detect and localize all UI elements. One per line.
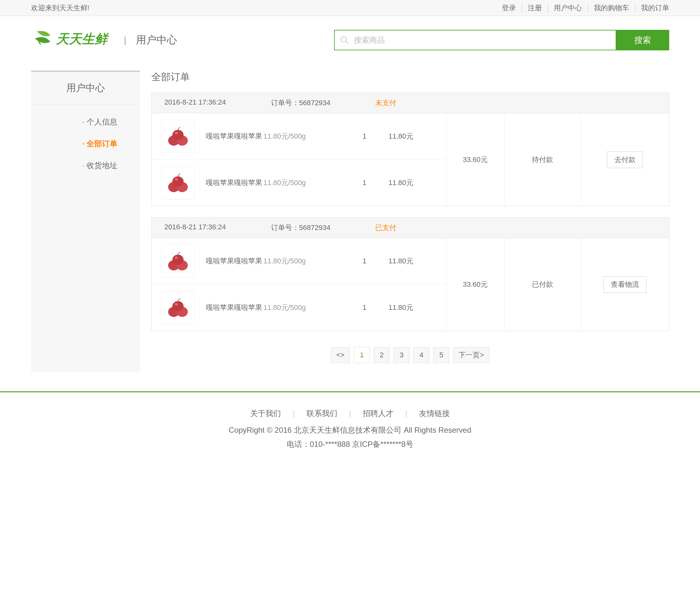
product-qty: 1 — [341, 179, 389, 187]
svg-point-10 — [174, 178, 178, 180]
product-name: 嘎啦苹果嘎啦苹果 — [206, 131, 264, 141]
order-item-row: 嘎啦苹果嘎啦苹果11.80元/500g111.80元 — [152, 113, 446, 160]
order-action-button[interactable]: 查看物流 — [603, 276, 646, 293]
order-number: 订单号：56872934 — [271, 98, 331, 108]
svg-line-2 — [345, 41, 348, 44]
product-unit-price: 11.80元/500g — [264, 178, 341, 188]
welcome-text: 欢迎来到天天生鲜! — [31, 3, 90, 13]
link-register[interactable]: 注册 — [522, 3, 548, 13]
footer-contact[interactable]: 联系我们 — [297, 409, 347, 418]
header-separator: | — [124, 35, 126, 45]
order-state: 已付款 — [504, 238, 581, 331]
product-qty: 1 — [341, 304, 389, 312]
product-unit-price: 11.80元/500g — [264, 131, 341, 141]
top-links: 登录 注册 用户中心 我的购物车 我的订单 — [496, 3, 669, 13]
product-qty: 1 — [341, 257, 389, 265]
pagination: <> 1 2 3 4 5 下一页> — [151, 347, 669, 363]
product-image[interactable] — [161, 166, 195, 199]
product-subtotal: 11.80元 — [389, 178, 413, 188]
search-input[interactable] — [334, 30, 616, 50]
order-state: 待付款 — [504, 113, 581, 206]
order-block: 2016-8-21 17:36:24订单号：56872934已支付嘎啦苹果嘎啦苹… — [151, 217, 669, 331]
page-prev[interactable]: <> — [331, 347, 350, 363]
product-subtotal: 11.80元 — [389, 303, 413, 312]
search-form: 搜索 — [334, 30, 669, 50]
product-subtotal: 11.80元 — [389, 131, 413, 141]
svg-text:天天生鲜: 天天生鲜 — [55, 32, 109, 46]
order-time: 2016-8-21 17:36:24 — [165, 223, 226, 233]
product-unit-price: 11.80元/500g — [264, 303, 341, 312]
sidebar-item-address[interactable]: · 收货地址 — [31, 154, 140, 176]
order-header: 2016-8-21 17:36:24订单号：56872934未支付 — [152, 93, 669, 113]
link-user-center[interactable]: 用户中心 — [548, 3, 588, 13]
footer-about[interactable]: 关于我们 — [241, 409, 291, 418]
page-3[interactable]: 3 — [394, 347, 409, 363]
product-name: 嘎啦苹果嘎啦苹果 — [206, 178, 264, 188]
product-image[interactable] — [161, 244, 195, 278]
footer-phone: 电话：010-****888 京ICP备*******8号 — [0, 439, 700, 450]
link-login[interactable]: 登录 — [496, 3, 522, 13]
link-cart[interactable]: 我的购物车 — [588, 3, 635, 13]
order-item-row: 嘎啦苹果嘎啦苹果11.80元/500g111.80元 — [152, 285, 446, 331]
page-2[interactable]: 2 — [374, 347, 390, 363]
page-1[interactable]: 1 — [354, 347, 370, 363]
order-block: 2016-8-21 17:36:24订单号：56872934未支付嘎啦苹果嘎啦苹… — [151, 93, 669, 206]
svg-point-14 — [174, 257, 178, 259]
order-time: 2016-8-21 17:36:24 — [165, 98, 226, 108]
search-button[interactable]: 搜索 — [616, 30, 669, 50]
page-next[interactable]: 下一页> — [453, 347, 489, 363]
svg-point-6 — [174, 132, 178, 134]
product-image[interactable] — [161, 120, 195, 153]
order-total: 33.60元 — [447, 113, 504, 206]
footer-copyright: CopyRight © 2016 北京天天生鲜信息技术有限公司 All Righ… — [0, 425, 700, 435]
page-5[interactable]: 5 — [433, 347, 449, 363]
footer-friends[interactable]: 友情链接 — [409, 409, 459, 418]
svg-point-9 — [172, 176, 183, 187]
svg-point-5 — [172, 130, 183, 140]
top-bar: 欢迎来到天天生鲜! 登录 注册 用户中心 我的购物车 我的订单 — [0, 0, 700, 16]
order-total: 33.60元 — [447, 238, 504, 331]
header: 天天生鲜 | 用户中心 搜索 — [14, 16, 687, 61]
order-action-button[interactable]: 去付款 — [607, 151, 643, 168]
footer-jobs[interactable]: 招聘人才 — [353, 409, 403, 418]
product-subtotal: 11.80元 — [389, 256, 413, 266]
product-name: 嘎啦苹果嘎啦苹果 — [206, 256, 264, 266]
order-item-row: 嘎啦苹果嘎啦苹果11.80元/500g111.80元 — [152, 160, 446, 206]
page-4[interactable]: 4 — [413, 347, 429, 363]
order-pay-status: 未支付 — [375, 98, 396, 108]
footer-links: 关于我们 | 联系我们 | 招聘人才 | 友情链接 — [0, 408, 700, 418]
svg-point-1 — [341, 37, 346, 42]
product-qty: 1 — [341, 132, 389, 141]
product-image[interactable] — [161, 291, 195, 324]
svg-point-17 — [172, 301, 183, 311]
sidebar-item-all-orders[interactable]: · 全部订单 — [31, 133, 140, 154]
product-name: 嘎啦苹果嘎啦苹果 — [206, 303, 264, 312]
order-item-row: 嘎啦苹果嘎啦苹果11.80元/500g111.80元 — [152, 238, 446, 285]
sidebar: 用户中心 · 个人信息 · 全部订单 · 收货地址 — [31, 71, 140, 372]
svg-point-13 — [172, 255, 183, 265]
order-header: 2016-8-21 17:36:24订单号：56872934已支付 — [152, 218, 669, 238]
order-pay-status: 已支付 — [375, 223, 396, 233]
content: 全部订单 2016-8-21 17:36:24订单号：56872934未支付嘎啦… — [151, 71, 669, 363]
page-title: 用户中心 — [136, 33, 177, 47]
logo[interactable]: 天天生鲜 — [31, 29, 115, 51]
svg-point-18 — [174, 303, 178, 305]
link-orders[interactable]: 我的订单 — [635, 3, 669, 13]
sidebar-item-profile[interactable]: · 个人信息 — [31, 111, 140, 133]
sidebar-title: 用户中心 — [31, 72, 140, 104]
search-icon — [340, 35, 349, 45]
order-number: 订单号：56872934 — [271, 223, 331, 233]
footer: 关于我们 | 联系我们 | 招聘人才 | 友情链接 CopyRight © 20… — [0, 391, 700, 469]
product-unit-price: 11.80元/500g — [264, 256, 341, 266]
page-heading: 全部订单 — [151, 71, 669, 84]
